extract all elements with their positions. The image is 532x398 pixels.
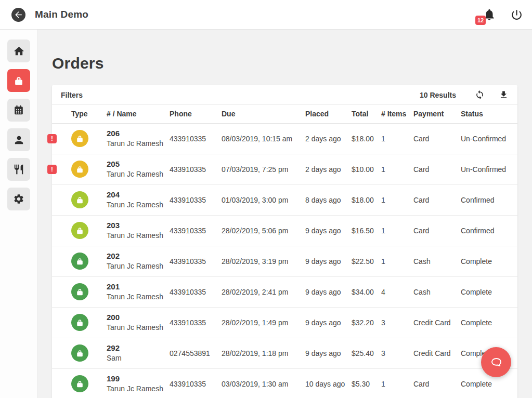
order-total: $16.50 <box>352 215 381 246</box>
order-due: 28/02/2019, 3:19 pm <box>222 246 305 276</box>
order-payment: Card <box>413 368 461 398</box>
col-header-name: # / Name <box>107 105 170 123</box>
order-customer: Tarun Jc Ramesh <box>107 169 170 179</box>
help-chat-button[interactable] <box>481 347 511 377</box>
order-payment: Card <box>413 123 461 154</box>
order-total: $32.20 <box>352 307 381 338</box>
order-type-icon <box>71 283 88 300</box>
order-total: $22.50 <box>352 246 381 276</box>
order-placed: 2 days ago <box>305 123 352 154</box>
order-total: $5.30 <box>352 368 381 398</box>
order-row[interactable]: 203Tarun Jc Ramesh 433910335 28/02/2019,… <box>52 215 517 246</box>
order-type-icon <box>71 222 88 239</box>
order-number: 205 <box>107 159 170 169</box>
order-type-icon <box>71 344 88 362</box>
order-customer: Tarun Jc Ramesh <box>107 383 170 394</box>
power-icon <box>510 8 523 21</box>
col-header-total: Total <box>352 105 381 123</box>
order-row[interactable]: 202Tarun Jc Ramesh 433910335 28/02/2019,… <box>52 246 517 276</box>
logout-button[interactable] <box>510 8 523 21</box>
gear-icon <box>13 193 24 205</box>
order-row[interactable]: 292Sam 0274553891 28/02/2019, 1:18 pm 9 … <box>52 338 517 368</box>
order-customer: Tarun Jc Ramesh <box>107 230 170 241</box>
order-payment: Card <box>413 154 461 184</box>
order-placed: 9 days ago <box>305 338 352 368</box>
order-items: 4 <box>381 276 413 307</box>
app-title: Main Demo <box>35 9 88 20</box>
order-payment: Cash <box>413 246 461 276</box>
sidebar-item-customers[interactable] <box>7 128 30 151</box>
order-items: 1 <box>381 215 413 246</box>
order-total: $18.00 <box>352 123 381 154</box>
order-total: $18.00 <box>352 184 381 215</box>
orders-card: Filters 10 Results <box>52 85 517 398</box>
order-row[interactable]: ! 206Tarun Jc Ramesh 433910335 08/03/201… <box>52 123 517 154</box>
order-phone: 433910335 <box>170 215 222 246</box>
order-type-icon <box>71 314 88 331</box>
order-phone: 433910335 <box>170 123 222 154</box>
download-icon <box>499 90 509 100</box>
refresh-button[interactable] <box>475 90 485 100</box>
sidebar-item-home[interactable] <box>7 39 30 62</box>
order-number: 202 <box>107 251 170 261</box>
sidebar-item-menu[interactable] <box>7 158 30 181</box>
order-placed: 10 days ago <box>305 368 352 398</box>
order-due: 28/02/2019, 5:06 pm <box>222 215 305 246</box>
refresh-icon <box>475 90 485 100</box>
order-customer: Tarun Jc Ramesh <box>107 200 170 210</box>
person-icon <box>13 134 25 146</box>
main-content: Orders Filters 10 Results <box>38 30 532 398</box>
order-row[interactable]: 201Tarun Jc Ramesh 433910335 28/02/2019,… <box>52 276 517 307</box>
notifications-button[interactable]: 12 <box>483 8 496 21</box>
order-type-icon <box>71 375 88 392</box>
notification-count-badge: 12 <box>475 16 486 25</box>
home-icon <box>13 45 25 57</box>
order-number: 204 <box>107 190 170 200</box>
order-status: Confirmed <box>461 215 517 246</box>
table-header-row: Type # / Name Phone Due Placed Total # I… <box>52 105 517 123</box>
order-row[interactable]: 200Tarun Jc Ramesh 433910335 28/02/2019,… <box>52 307 517 338</box>
order-phone: 433910335 <box>170 307 222 338</box>
order-number: 292 <box>107 343 170 353</box>
arrow-left-icon <box>14 10 23 20</box>
results-count: 10 Results <box>420 91 456 99</box>
order-customer: Tarun Jc Ramesh <box>107 322 170 333</box>
order-due: 28/02/2019, 1:49 pm <box>222 307 305 338</box>
sidebar-item-orders[interactable] <box>7 69 30 92</box>
order-row[interactable]: 199Tarun Jc Ramesh 433910335 03/03/2019,… <box>52 368 517 398</box>
download-button[interactable] <box>499 90 509 100</box>
filters-bar: Filters 10 Results <box>52 85 517 105</box>
sidebar-item-settings[interactable] <box>7 188 30 210</box>
col-header-placed: Placed <box>305 105 352 123</box>
order-number: 200 <box>107 312 170 322</box>
order-payment: Card <box>413 215 461 246</box>
orders-table: Type # / Name Phone Due Placed Total # I… <box>52 105 517 398</box>
order-payment: Card <box>413 184 461 215</box>
sidebar-item-bookings[interactable] <box>7 99 30 122</box>
order-row[interactable]: ! 205Tarun Jc Ramesh 433910335 07/03/201… <box>52 154 517 184</box>
order-type-icon <box>71 191 88 208</box>
order-due: 28/02/2019, 2:41 pm <box>222 276 305 307</box>
back-button[interactable] <box>11 8 25 22</box>
order-items: 3 <box>381 338 413 368</box>
order-items: 1 <box>381 246 413 276</box>
order-due: 08/03/2019, 10:15 am <box>222 123 305 154</box>
order-type-icon <box>71 161 88 178</box>
order-payment: Credit Card <box>413 338 461 368</box>
order-items: 1 <box>381 368 413 398</box>
order-payment: Cash <box>413 276 461 307</box>
topbar: Main Demo 12 <box>0 0 532 30</box>
order-due: 07/03/2019, 7:25 pm <box>222 154 305 184</box>
col-header-payment: Payment <box>413 105 461 123</box>
page-title: Orders <box>52 54 517 73</box>
order-due: 03/03/2019, 1:30 am <box>222 368 305 398</box>
order-phone: 433910335 <box>170 368 222 398</box>
order-phone: 433910335 <box>170 276 222 307</box>
order-row[interactable]: 204Tarun Jc Ramesh 433910335 01/03/2019,… <box>52 184 517 215</box>
order-placed: 2 days ago <box>305 154 352 184</box>
order-placed: 9 days ago <box>305 246 352 276</box>
filters-toggle[interactable]: Filters <box>61 91 83 99</box>
order-status: Confirmed <box>461 184 517 215</box>
order-placed: 8 days ago <box>305 184 352 215</box>
order-due: 28/02/2019, 1:18 pm <box>222 338 305 368</box>
